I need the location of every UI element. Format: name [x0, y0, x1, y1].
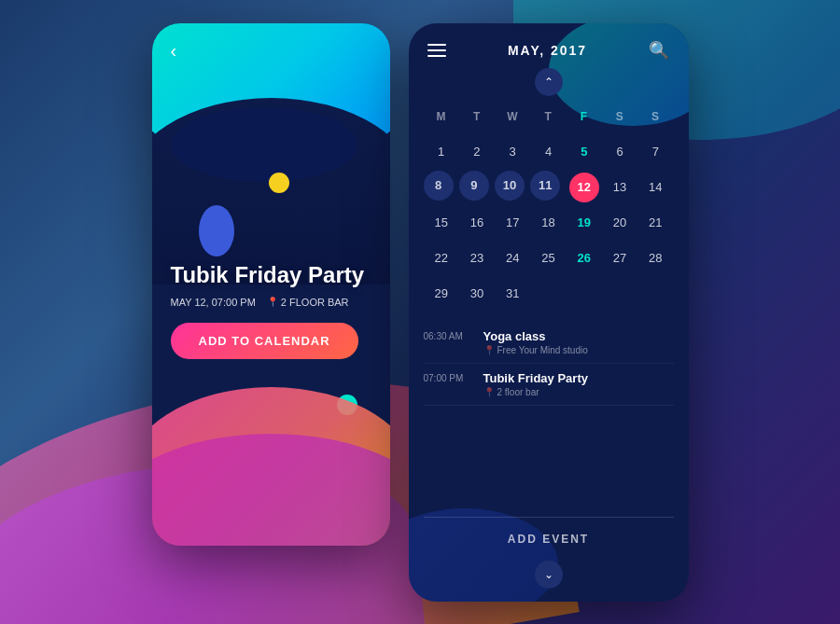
cal-day-21[interactable]: 21 [637, 206, 673, 240]
event-date: MAY 12, 07:00 PM [171, 297, 256, 308]
day-header-S1: S [602, 100, 637, 133]
cal-empty-4 [637, 277, 673, 311]
cal-day-9[interactable]: 9 [459, 171, 489, 201]
party-location: 2 floor bar [497, 387, 539, 397]
cal-day-12-wrapper: 12 [567, 171, 602, 204]
back-button[interactable]: ‹ [171, 40, 177, 62]
event-location: 📍 2 FLOOR BAR [267, 297, 349, 308]
yellow-circle [269, 173, 289, 193]
yoga-name: Yoga class [483, 329, 674, 343]
cal-day-28[interactable]: 28 [637, 242, 673, 275]
add-event-divider [424, 517, 674, 518]
chevron-up-button[interactable]: ⌃ [535, 68, 563, 96]
yoga-time: 06:30 AM [424, 329, 472, 341]
add-event-button[interactable]: ADD EVENT [424, 527, 674, 551]
event-info: Tubik Friday Party MAY 12, 07:00 PM 📍 2 … [171, 262, 371, 359]
cal-day-10[interactable]: 10 [495, 171, 525, 201]
party-time: 07:00 PM [424, 371, 472, 383]
cal-day-19[interactable]: 19 [567, 206, 602, 240]
add-to-calendar-button[interactable]: ADD TO CALENDAR [171, 323, 358, 359]
cal-day-7[interactable]: 7 [637, 135, 673, 169]
yoga-venue: 📍 Free Your Mind studio [483, 345, 674, 355]
event-venue: 2 FLOOR BAR [281, 297, 349, 308]
hamburger-line-3 [427, 55, 446, 57]
cal-day-17[interactable]: 17 [495, 206, 530, 240]
left-bottom-wave-2 [152, 434, 390, 546]
cal-day-30[interactable]: 30 [459, 277, 495, 311]
chevron-down-container: ⌄ [409, 561, 689, 602]
cal-day-24[interactable]: 24 [495, 242, 530, 275]
day-header-W: W [495, 100, 530, 133]
party-venue: 📍 2 floor bar [483, 387, 674, 397]
event-item-yoga[interactable]: 06:30 AM Yoga class 📍 Free Your Mind stu… [424, 322, 674, 364]
event-title: Tubik Friday Party [171, 262, 371, 289]
search-icon[interactable]: 🔍 [649, 40, 669, 61]
cal-empty-2 [567, 277, 602, 311]
cal-day-20[interactable]: 20 [602, 206, 637, 240]
cal-day-26[interactable]: 26 [567, 242, 602, 275]
cal-day-18[interactable]: 18 [530, 206, 566, 240]
phones-container: ‹ Tubik Friday Party MAY 12, 07:00 PM 📍 … [152, 23, 689, 602]
left-phone-inner: ‹ Tubik Friday Party MAY 12, 07:00 PM 📍 … [152, 23, 390, 546]
cal-day-3[interactable]: 3 [495, 135, 530, 169]
cal-empty-1 [530, 277, 566, 311]
cal-day-6[interactable]: 6 [602, 135, 637, 169]
party-details: Tubik Friday Party 📍 2 floor bar [483, 371, 674, 397]
calendar-week-1: 1 2 3 4 5 6 7 [424, 135, 674, 169]
yoga-pin-icon: 📍 [483, 345, 495, 355]
calendar-week-2: 8 9 10 11 12 13 14 [424, 171, 674, 204]
day-header-T1: T [459, 100, 495, 133]
day-header-M: M [424, 100, 459, 133]
yoga-details: Yoga class 📍 Free Your Mind studio [483, 329, 674, 355]
cal-day-4[interactable]: 4 [530, 135, 566, 169]
yoga-location: Free Your Mind studio [497, 345, 588, 355]
cal-day-31[interactable]: 31 [495, 277, 530, 311]
calendar-header: MAY, 2017 🔍 [409, 23, 689, 68]
party-name: Tubik Friday Party [483, 371, 674, 385]
cal-day-22[interactable]: 22 [424, 242, 459, 275]
cal-day-23[interactable]: 23 [459, 242, 495, 275]
cal-day-15[interactable]: 15 [424, 206, 459, 240]
right-phone: MAY, 2017 🔍 ⌃ M T W T F S S 1 2 3 [409, 23, 689, 602]
cal-day-5[interactable]: 5 [567, 135, 602, 169]
chevron-up-container: ⌃ [409, 68, 689, 96]
event-item-party[interactable]: 07:00 PM Tubik Friday Party 📍 2 floor ba… [424, 364, 674, 406]
calendar-day-headers: M T W T F S S [424, 100, 674, 133]
event-meta: MAY 12, 07:00 PM 📍 2 FLOOR BAR [171, 297, 371, 308]
calendar-grid: M T W T F S S 1 2 3 4 5 6 7 8 9 [409, 100, 689, 312]
day-header-S2: S [637, 100, 673, 133]
add-event-section: ADD EVENT [409, 507, 689, 561]
cal-day-27[interactable]: 27 [602, 242, 637, 275]
cal-day-16[interactable]: 16 [459, 206, 495, 240]
cal-day-12-today[interactable]: 12 [569, 173, 599, 202]
cal-day-11[interactable]: 11 [530, 171, 560, 201]
hamburger-menu-button[interactable] [427, 44, 446, 57]
month-year-label: MAY, 2017 [508, 43, 587, 58]
hamburger-line-1 [427, 44, 446, 46]
cal-day-13[interactable]: 13 [602, 171, 637, 204]
day-header-T2: T [530, 100, 566, 133]
events-section: 06:30 AM Yoga class 📍 Free Your Mind stu… [409, 312, 689, 507]
cal-day-1[interactable]: 1 [424, 135, 459, 169]
calendar-week-3: 15 16 17 18 19 20 21 [424, 206, 674, 240]
calendar-week-4: 22 23 24 25 26 27 28 [424, 242, 674, 275]
cal-day-29[interactable]: 29 [424, 277, 459, 311]
cal-day-2[interactable]: 2 [459, 135, 495, 169]
left-phone: ‹ Tubik Friday Party MAY 12, 07:00 PM 📍 … [152, 23, 390, 546]
cal-day-25[interactable]: 25 [530, 242, 566, 275]
party-pin-icon: 📍 [483, 387, 495, 397]
pin-icon: 📍 [267, 297, 278, 307]
cal-empty-3 [602, 277, 637, 311]
day-header-F: F [567, 100, 602, 133]
left-dark-oval [171, 107, 357, 182]
hamburger-line-2 [427, 49, 446, 51]
calendar-week-5: 29 30 31 [424, 277, 674, 311]
cal-day-8[interactable]: 8 [424, 171, 454, 201]
chevron-down-button[interactable]: ⌄ [535, 561, 563, 589]
cal-day-14[interactable]: 14 [637, 171, 673, 204]
blue-circle [199, 205, 234, 257]
